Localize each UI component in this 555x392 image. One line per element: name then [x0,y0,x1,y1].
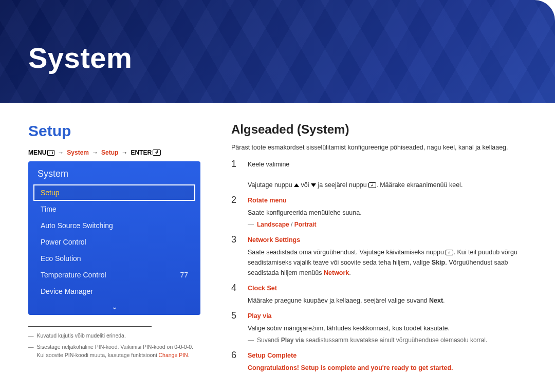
osd-menu-item-label: Setup [41,189,60,197]
step-heading: Clock Set [248,283,527,293]
footnote: ― Kuvatud kujutis võib mudeliti erineda. [28,332,200,340]
up-icon [294,183,299,187]
down-icon [311,183,316,187]
step-4: 4 Clock Set Määrake praegune kuupäev ja … [231,283,527,306]
osd-menu-item-temperature[interactable]: Temperature Control 77 [33,267,195,283]
osd-menu-item-setup[interactable]: Setup [33,184,195,201]
step-body: Setup Complete Congratulations! Setup is… [248,350,527,373]
osd-menu-item-device-manager[interactable]: Device Manager [33,283,195,300]
footnote-divider [28,326,152,327]
osd-menu-item-label: Power Control [41,238,86,246]
left-column: Setup MENU → System → Setup → ENTER Syst… [28,122,200,378]
osd-menu-item-value: 77 [180,271,188,279]
menu-icon [47,150,54,156]
footnote-text: Sisestage neljakohaline PIN-kood. Vaikim… [37,343,193,360]
breadcrumb-arrow: → [92,149,98,156]
step-body: Network Settings Saate seadistada oma võ… [248,235,527,278]
breadcrumb-arrow: → [58,149,64,156]
step-complete-message: Congratulations! Setup is complete and y… [248,364,453,371]
step-body: Keele valimine Vajutage nuppu või ja see… [248,159,527,190]
right-column: Algseaded (System) Pärast toote esmakord… [231,122,527,378]
osd-menu-title: System [33,166,195,184]
step-body: Rotate menu Saate konfigureerida menüüle… [248,195,527,230]
step-3: 3 Network Settings Saate seadistada oma … [231,235,527,278]
osd-menu-item-time[interactable]: Time [33,201,195,217]
osd-menu-item-label: Temperature Control [41,271,106,279]
step-sub: ― Suvandi Play via seadistussamm kuvatak… [248,335,527,345]
step-number: 1 [231,159,240,190]
step-sub: ― Landscape / Portrait [248,220,527,230]
step-body: Play via Valige sobiv mängijarežiim, läh… [248,311,527,345]
step-number: 2 [231,195,240,230]
step-6: 6 Setup Complete Congratulations! Setup … [231,350,527,373]
step-heading: Rotate menu [248,195,527,206]
osd-menu-item-auto-source[interactable]: Auto Source Switching [33,217,195,234]
osd-scroll-down-icon[interactable]: ⌄ [33,300,195,312]
section-title-setup: Setup [28,122,200,140]
step-heading: Play via [248,311,527,321]
breadcrumb-enter: ENTER [131,149,152,156]
osd-menu-item-label: Auto Source Switching [41,221,113,230]
enter-icon [446,250,453,255]
step-5: 5 Play via Valige sobiv mängijarežiim, l… [231,311,527,345]
intro-text: Pärast toote esmakordset sisselülitamist… [231,144,527,151]
enter-icon [368,182,376,188]
breadcrumb: MENU → System → Setup → ENTER [28,149,200,156]
breadcrumb-menu: MENU [28,149,46,156]
breadcrumb-system: System [67,149,89,156]
osd-menu-item-label: Device Manager [41,287,93,295]
enter-icon [153,150,161,156]
breadcrumb-arrow: → [121,149,127,156]
step-body: Clock Set Määrake praegune kuupäev ja ke… [248,283,527,306]
breadcrumb-setup: Setup [101,149,118,156]
step-1: 1 Keele valimine Vajutage nuppu või ja s… [231,159,527,190]
chapter-banner: System [0,0,555,103]
footnote-dash: ― [28,343,34,360]
chapter-title: System [0,0,555,74]
step-number: 5 [231,311,240,345]
osd-menu-item-label: Eco Solution [41,254,81,263]
step-number: 3 [231,235,240,278]
footnote-text: Kuvatud kujutis võib mudeliti erineda. [37,332,126,340]
step-2: 2 Rotate menu Saate konfigureerida menüü… [231,195,527,230]
step-heading: Setup Complete [248,350,527,361]
osd-menu-item-power-control[interactable]: Power Control [33,234,195,250]
osd-menu-item-label: Time [41,205,57,213]
step-number: 6 [231,350,240,373]
osd-menu-panel: System Setup Time Auto Source Switching … [28,161,200,315]
content-area: Setup MENU → System → Setup → ENTER Syst… [0,103,555,378]
step-number: 4 [231,283,240,306]
footnote-dash: ― [28,332,34,340]
footnote: ― Sisestage neljakohaline PIN-kood. Vaik… [28,343,200,360]
step-heading: Network Settings [248,235,527,245]
page-heading: Algseaded (System) [231,122,527,137]
osd-menu-item-eco-solution[interactable]: Eco Solution [33,250,195,267]
